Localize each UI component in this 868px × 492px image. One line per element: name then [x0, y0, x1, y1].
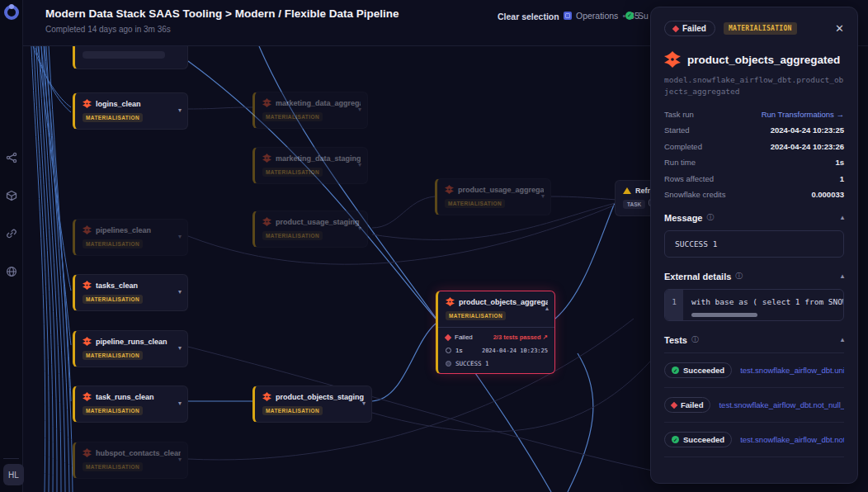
- test-status-badge: Failed: [664, 397, 710, 413]
- details-list: Task runRun Transformations → Started202…: [664, 110, 844, 200]
- dbt-icon: [262, 154, 271, 163]
- materialisation-badge: MATERIALISATION: [83, 239, 143, 248]
- dbt-icon: [262, 98, 271, 107]
- node-divider: [438, 327, 554, 328]
- app-logo-icon[interactable]: [4, 5, 19, 20]
- succeeded-counter[interactable]: ✓ Su: [625, 11, 649, 21]
- assets-cube-icon[interactable]: [6, 190, 17, 201]
- app-sidebar: [0, 0, 23, 492]
- globe-icon[interactable]: [6, 266, 17, 277]
- dbt-icon: [664, 51, 681, 68]
- integrations-link-icon[interactable]: [6, 228, 17, 239]
- node-label: logins_clean: [96, 100, 141, 108]
- node-label: product_objects_aggregated: [459, 298, 548, 306]
- chevron-up-icon[interactable]: ▴: [545, 305, 549, 312]
- chevron-down-icon[interactable]: ▾: [358, 106, 361, 113]
- succeeded-label: Su: [638, 11, 649, 21]
- chevron-down-icon[interactable]: ▾: [178, 233, 182, 240]
- test-link[interactable]: test.snowflake_airflow_dbt.not_null_pr: [740, 435, 844, 444]
- info-icon: ⓘ: [706, 212, 714, 223]
- chevron-down-icon[interactable]: ▾: [178, 106, 182, 114]
- model-path: model.snowflake_airflow_dbt.product_obje…: [664, 74, 844, 98]
- node-runtime-text: 1s: [455, 347, 462, 354]
- tests-section-header: Testsⓘ ▴: [664, 334, 844, 345]
- detail-row: Rows affected1: [664, 174, 844, 183]
- dag-node-pipeline-runs-clean[interactable]: pipeline_runs_clean ▾ MATERIALISATION: [73, 330, 188, 367]
- dbt-icon: [83, 99, 92, 108]
- node-message-text: SUCCESS 1: [455, 360, 489, 367]
- materialisation-badge: MATERIALISATION: [262, 168, 323, 177]
- pipelines-graph-icon[interactable]: [6, 152, 17, 163]
- message-dot-icon: [446, 361, 451, 367]
- node-label: marketing_data_aggregated: [276, 99, 361, 107]
- materialisation-badge: MATERIALISATION: [262, 112, 323, 121]
- info-icon: ⓘ: [691, 334, 699, 345]
- success-check-icon: ✓: [672, 367, 679, 374]
- success-check-icon: ✓: [672, 436, 679, 443]
- node-label: pipelines_clean: [96, 226, 151, 234]
- tests-summary-link[interactable]: 2/3 tests passed ↗: [493, 334, 548, 341]
- dbt-icon: [83, 225, 92, 234]
- run-summary-text: Completed 14 days ago in 3m 36s: [45, 25, 171, 34]
- dbt-icon: [262, 392, 271, 401]
- collapse-icon[interactable]: ▴: [841, 272, 844, 280]
- dag-node-logins-clean[interactable]: logins_clean ▾ MATERIALISATION: [73, 92, 188, 130]
- dag-node-task-runs-clean[interactable]: task_runs_clean ▾ MATERIALISATION: [73, 386, 188, 423]
- dag-node-marketing-data-aggregated[interactable]: marketing_data_aggregated ▾ MATERIALISAT…: [252, 92, 368, 129]
- sql-code-block[interactable]: 1 with base as ( select 1 from SNOWFLAKE: [664, 289, 844, 321]
- success-check-icon: ✓: [625, 12, 634, 20]
- test-row: ✓Succeeded test.snowflake_airflow_dbt.no…: [664, 423, 844, 457]
- chevron-down-icon[interactable]: ▾: [178, 400, 182, 407]
- chevron-down-icon[interactable]: ▾: [178, 288, 182, 296]
- failed-diamond-icon: [671, 401, 677, 408]
- failed-diamond-icon: [672, 25, 679, 31]
- user-avatar[interactable]: HL: [3, 464, 24, 485]
- node-label: task_runs_clean: [96, 393, 154, 401]
- operations-label: Operations: [576, 11, 618, 21]
- breadcrumb-title: Modern Data Stack SAAS Tooling > Modern …: [45, 7, 399, 20]
- chevron-down-icon[interactable]: ▾: [358, 161, 361, 168]
- node-skeleton-bar: [83, 51, 165, 59]
- task-badge: TASK: [623, 200, 645, 209]
- run-transformations-link[interactable]: Run Transformations →: [762, 110, 844, 119]
- status-badge: Failed: [664, 21, 715, 36]
- dag-node-pipelines-clean[interactable]: pipelines_clean ▾ MATERIALISATION: [73, 219, 188, 256]
- chevron-down-icon[interactable]: ▾: [178, 344, 182, 352]
- chevron-down-icon[interactable]: ▾: [358, 225, 361, 232]
- chevron-down-icon[interactable]: ▾: [178, 456, 182, 463]
- node-label: product_usage_staging: [276, 218, 360, 226]
- collapse-icon[interactable]: ▴: [841, 336, 844, 343]
- node-label: product_objects_staging: [276, 393, 364, 401]
- node-label: marketing_data_staging: [276, 154, 361, 163]
- node-label: pipeline_runs_clean: [96, 338, 167, 346]
- dag-node-product-usage-aggregated[interactable]: product_usage_aggregated ▾ MATERIALISATI…: [435, 178, 551, 215]
- materialisation-badge: MATERIALISATION: [83, 351, 143, 360]
- operations-icon: [564, 12, 572, 20]
- dbt-icon: [83, 392, 92, 401]
- materialisation-badge: MATERIALISATION: [445, 199, 505, 208]
- dag-node-marketing-data-staging[interactable]: marketing_data_staging ▾ MATERIALISATION: [252, 147, 368, 184]
- test-status-badge: ✓Succeeded: [664, 432, 732, 447]
- chevron-down-icon[interactable]: ▾: [362, 400, 366, 407]
- dbt-icon: [83, 281, 92, 290]
- test-status-badge: ✓Succeeded: [664, 362, 732, 378]
- test-link[interactable]: test.snowflake_airflow_dbt.unique_pro: [740, 366, 844, 375]
- collapse-icon[interactable]: ▴: [841, 214, 844, 221]
- node-detail-panel: Failed MATERIALISATION ✕ product_objects…: [650, 7, 858, 484]
- node-label: product_usage_aggregated: [458, 186, 544, 194]
- dag-node-hubspot-contacts-clean[interactable]: hubspot_contacts_clean ▾ MATERIALISATION: [73, 442, 188, 479]
- clear-selection-button[interactable]: Clear selection: [498, 12, 559, 21]
- test-link[interactable]: test.snowflake_airflow_dbt.not_null_pr: [719, 400, 844, 409]
- dag-node-partial[interactable]: [73, 46, 188, 69]
- dag-node-product-objects-aggregated-selected[interactable]: product_objects_aggregated ▴ MATERIALISA…: [436, 291, 555, 374]
- sql-code-text: with base as ( select 1 from SNOWFLAKE: [691, 297, 843, 306]
- horizontal-scrollbar[interactable]: [691, 313, 757, 317]
- dag-node-tasks-clean[interactable]: tasks_clean ▾ MATERIALISATION: [73, 274, 188, 311]
- close-icon[interactable]: ✕: [835, 22, 844, 35]
- dag-node-product-objects-staging[interactable]: product_objects_staging ▾ MATERIALISATIO…: [252, 386, 372, 423]
- test-row: Failed test.snowflake_airflow_dbt.not_nu…: [664, 388, 844, 423]
- chevron-down-icon[interactable]: ▾: [541, 192, 545, 200]
- materialisation-badge: MATERIALISATION: [83, 462, 143, 471]
- message-section-header: Messageⓘ ▴: [664, 212, 844, 223]
- dag-node-product-usage-staging[interactable]: product_usage_staging ▾ MATERIALISATION: [252, 211, 368, 248]
